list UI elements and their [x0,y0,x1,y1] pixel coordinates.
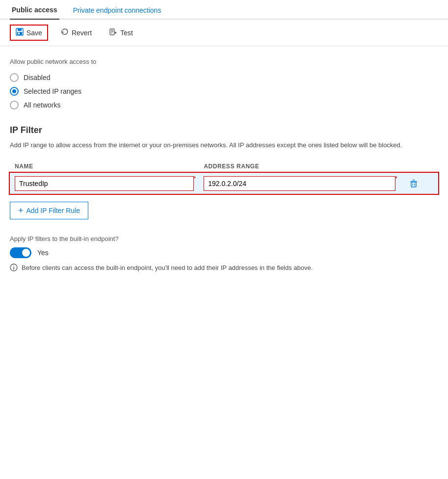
info-icon [10,264,18,271]
radio-all-networks-label: All networks [24,101,60,109]
radio-disabled[interactable]: Disabled [10,73,438,82]
add-ip-filter-rule-button[interactable]: + Add IP Filter Rule [10,202,88,219]
toolbar: Save Revert Test [0,20,448,46]
column-header-action [400,160,438,173]
info-text-container: Before clients can access the built-in e… [10,263,422,273]
info-text: Before clients can access the built-in e… [22,263,313,273]
built-in-endpoint-toggle[interactable] [10,247,31,258]
tabs-container: Public access Private endpoint connectio… [0,0,448,20]
test-button[interactable]: Test [105,26,138,40]
save-button[interactable]: Save [10,25,48,41]
table-header-row: NAME ADDRESS RANGE [10,160,438,173]
toggle-row: Yes [10,247,438,258]
address-required-star: * [395,175,397,182]
svg-point-14 [13,266,14,266]
revert-label: Revert [72,29,92,37]
name-cell: * [10,173,199,194]
radio-disabled-label: Disabled [24,74,50,81]
address-range-input[interactable] [204,176,395,191]
column-header-address: ADDRESS RANGE [199,160,400,173]
network-access-options: Disabled Selected IP ranges All networks [10,73,438,109]
name-input[interactable] [15,176,194,191]
trash-icon [409,179,418,188]
name-required-star: * [193,175,196,182]
save-icon [16,28,24,37]
ip-filter-description: Add IP range to allow access from the in… [10,140,412,150]
ip-filter-table: NAME ADDRESS RANGE * * [10,160,438,194]
address-cell: * [199,173,400,194]
revert-button[interactable]: Revert [56,26,97,40]
radio-selected-ip-label: Selected IP ranges [24,87,81,95]
svg-rect-3 [18,32,20,34]
main-content: Allow public network access to Disabled … [0,46,448,292]
apply-section: Apply IP filters to the built-in endpoin… [10,235,438,273]
svg-rect-8 [411,182,416,187]
add-icon: + [18,206,24,215]
radio-all-networks-circle [10,101,19,109]
save-label: Save [26,29,42,37]
svg-rect-1 [18,28,22,31]
radio-selected-ip-circle [10,87,19,96]
delete-rule-button[interactable] [405,177,422,190]
tab-private-endpoint[interactable]: Private endpoint connections [71,0,163,19]
radio-all-networks[interactable]: All networks [10,101,438,109]
table-row: * * [10,173,438,194]
toggle-label: Yes [37,249,49,257]
radio-selected-ip-ranges[interactable]: Selected IP ranges [10,87,438,96]
add-rule-label: Add IP Filter Rule [26,207,80,214]
ip-filter-title: IP Filter [10,125,438,135]
revert-icon [61,28,69,37]
column-header-name: NAME [10,160,199,173]
test-label: Test [120,29,133,37]
radio-disabled-circle [10,73,19,82]
network-access-label: Allow public network access to [10,58,438,65]
delete-cell [400,173,438,194]
test-icon [109,28,117,37]
ip-filter-section: IP Filter Add IP range to allow access f… [10,125,438,219]
apply-label: Apply IP filters to the built-in endpoin… [10,235,438,242]
tab-public-access[interactable]: Public access [10,0,59,20]
